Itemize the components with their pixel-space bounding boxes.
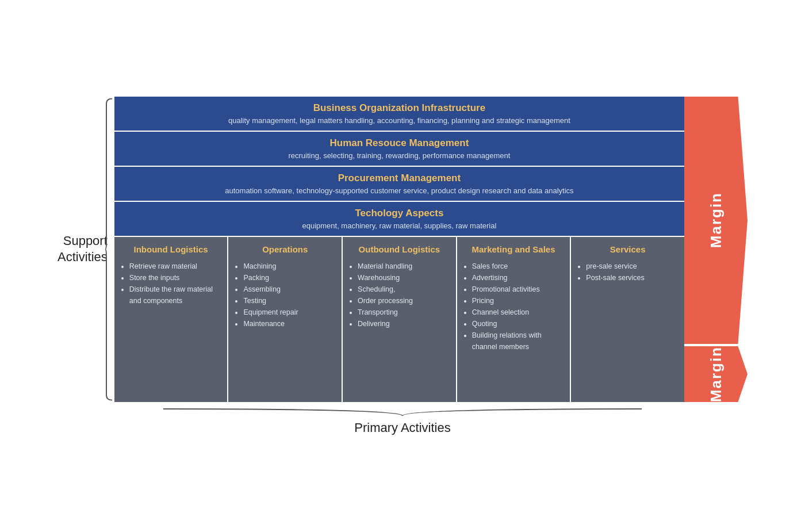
list-item: Scheduling, bbox=[358, 284, 450, 295]
margin-arrow: Margin Margin bbox=[684, 97, 747, 402]
support-brace bbox=[104, 97, 114, 402]
primary-col-4: Services pre-sale service Post-sale serv… bbox=[571, 237, 684, 402]
list-item: Equipment repair bbox=[243, 307, 336, 318]
margin-top: Margin bbox=[684, 97, 747, 344]
list-item: Post-sale services bbox=[586, 272, 678, 284]
support-row-1: Human Resouce Management recruiting, sel… bbox=[114, 132, 684, 167]
primary-columns: Inbound Logistics Retrieve raw material … bbox=[114, 236, 684, 402]
primary-col-1-list: Machining Packing Assembling Testing Equ… bbox=[234, 261, 336, 330]
primary-activities-label-row: Primary Activities bbox=[57, 407, 747, 435]
support-row-2-desc: automation software, technology-supporte… bbox=[124, 186, 675, 195]
list-item: Assembling bbox=[243, 284, 336, 295]
list-item: Building relations with channel members bbox=[472, 330, 565, 353]
list-item: Maintenance bbox=[243, 318, 336, 330]
margin-bottom: Margin bbox=[684, 346, 747, 402]
primary-col-0-title: Inbound Logistics bbox=[120, 244, 222, 255]
support-row-3-title: Techology Aspects bbox=[124, 208, 675, 219]
list-item: Distribute the raw material and componen… bbox=[129, 284, 222, 307]
primary-brace-svg bbox=[161, 407, 644, 418]
list-item: Pricing bbox=[472, 295, 565, 307]
chain-main: Business Organization Infrastructure qua… bbox=[114, 97, 747, 402]
page-container: Support Activities Business Organization… bbox=[57, 97, 747, 435]
chain-left: Business Organization Infrastructure qua… bbox=[114, 97, 684, 402]
value-chain-diagram: Support Activities Business Organization… bbox=[57, 97, 747, 402]
list-item: Sales force bbox=[472, 261, 565, 272]
list-item: Promotional activities bbox=[472, 284, 565, 295]
support-row-3: Techology Aspects equipment, machinery, … bbox=[114, 202, 684, 236]
list-item: Retrieve raw material bbox=[129, 261, 222, 272]
list-item: Testing bbox=[243, 295, 336, 307]
primary-col-4-list: pre-sale service Post-sale services bbox=[577, 261, 678, 284]
support-row-1-desc: recruiting, selecting, training, rewardi… bbox=[124, 151, 675, 160]
list-item: pre-sale service bbox=[586, 261, 678, 272]
support-row-0-title: Business Organization Infrastructure bbox=[124, 102, 675, 114]
primary-col-3: Marketing and Sales Sales force Advertis… bbox=[457, 237, 572, 402]
primary-col-2-title: Outbound Logistics bbox=[348, 244, 450, 255]
list-item: Delivering bbox=[358, 318, 450, 330]
support-activities-label: Support Activities bbox=[57, 97, 114, 402]
list-item: Packing bbox=[243, 272, 336, 284]
primary-col-1-title: Operations bbox=[234, 244, 336, 255]
list-item: Warehousing bbox=[358, 272, 450, 284]
primary-activities-label: Primary Activities bbox=[354, 420, 450, 435]
primary-col-0-list: Retrieve raw material Store the inputs D… bbox=[120, 261, 222, 307]
primary-col-0: Inbound Logistics Retrieve raw material … bbox=[114, 237, 229, 402]
list-item: Store the inputs bbox=[129, 272, 222, 284]
support-row-0: Business Organization Infrastructure qua… bbox=[114, 97, 684, 132]
primary-col-1: Operations Machining Packing Assembling … bbox=[228, 237, 343, 402]
primary-col-4-title: Services bbox=[577, 244, 678, 255]
list-item: Quoting bbox=[472, 318, 565, 330]
list-item: Order processing bbox=[358, 295, 450, 307]
list-item: Channel selection bbox=[472, 307, 565, 318]
list-item: Transporting bbox=[358, 307, 450, 318]
support-label-line2: Activities bbox=[57, 250, 108, 264]
support-row-2: Procurement Management automation softwa… bbox=[114, 167, 684, 202]
primary-col-2: Outbound Logistics Material handling War… bbox=[343, 237, 457, 402]
list-item: Material handling bbox=[358, 261, 450, 272]
support-label-line1: Support bbox=[63, 234, 108, 248]
support-row-1-title: Human Resouce Management bbox=[124, 137, 675, 149]
support-row-3-desc: equipment, machinery, raw material, supp… bbox=[124, 221, 675, 230]
margin-top-label: Margin bbox=[707, 192, 725, 248]
support-row-2-title: Procurement Management bbox=[124, 173, 675, 184]
margin-bottom-label: Margin bbox=[707, 346, 725, 402]
primary-col-3-title: Marketing and Sales bbox=[463, 244, 565, 255]
support-row-0-desc: quality management, legal matters handli… bbox=[124, 116, 675, 125]
support-brace-svg bbox=[104, 97, 114, 402]
primary-col-2-list: Material handling Warehousing Scheduling… bbox=[348, 261, 450, 330]
primary-col-3-list: Sales force Advertising Promotional acti… bbox=[463, 261, 565, 353]
list-item: Machining bbox=[243, 261, 336, 272]
list-item: Advertising bbox=[472, 272, 565, 284]
